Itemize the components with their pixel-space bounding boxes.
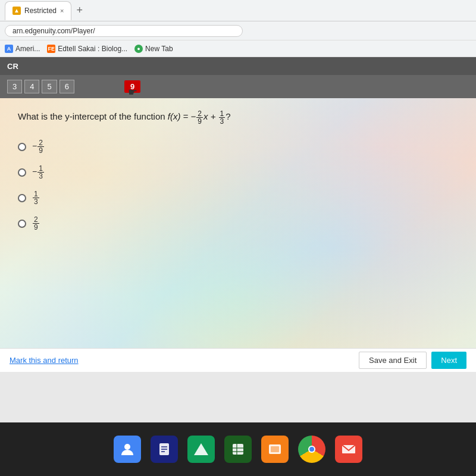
tab-label: Restricted xyxy=(24,7,57,15)
save-exit-button[interactable]: Save and Exit xyxy=(359,352,427,369)
svg-point-13 xyxy=(309,447,314,452)
question-container: What is the y-intercept of the function … xyxy=(0,98,476,348)
taskbar-icon-slides[interactable] xyxy=(261,436,289,463)
next-button[interactable]: Next xyxy=(431,352,466,369)
answer-option-d[interactable]: 29 xyxy=(18,216,464,231)
radio-a[interactable] xyxy=(18,143,26,151)
new-tab-button[interactable]: + xyxy=(74,4,85,17)
taskbar-icon-sheets[interactable] xyxy=(224,436,252,463)
option-text-c: 13 xyxy=(32,190,40,205)
option-text-d: 29 xyxy=(32,216,40,231)
option-text-b: −13 xyxy=(32,165,45,180)
taskbar-icon-chrome[interactable] xyxy=(298,436,325,463)
bookmark-favicon-globe: ● xyxy=(134,45,143,53)
question-text: What is the y-intercept of the function … xyxy=(18,110,464,125)
question-navigation: 3 4 5 6 9 ☛ xyxy=(0,75,476,98)
bookmark-label-newtab: New Tab xyxy=(145,45,173,53)
answer-option-b[interactable]: −13 xyxy=(18,165,464,180)
bookmarks-bar: A Ameri... FE Edtell Sakai : Biolog... ●… xyxy=(0,40,476,57)
bookmark-favicon-fe: FE xyxy=(47,45,55,53)
browser-tab-bar: ▲ Restricted × + xyxy=(0,0,476,21)
taskbar-icon-gmail[interactable] xyxy=(335,436,362,463)
mark-return-link[interactable]: Mark this and return xyxy=(10,356,79,365)
content-area: CR 3 4 5 6 9 ☛ What is the y-intercept o… xyxy=(0,57,476,422)
svg-point-0 xyxy=(124,444,130,450)
svg-rect-6 xyxy=(233,444,243,455)
bottom-buttons: Save and Exit Next xyxy=(359,352,466,369)
tab-close-button[interactable]: × xyxy=(60,7,64,14)
address-bar-row: arn.edgenuity.com/Player/ xyxy=(0,21,476,40)
svg-rect-11 xyxy=(271,446,279,452)
svg-marker-5 xyxy=(194,443,208,455)
nav-button-5[interactable]: 5 xyxy=(42,80,57,93)
header-strip: CR xyxy=(0,57,476,75)
radio-d[interactable] xyxy=(18,220,26,228)
section-label: CR xyxy=(7,62,18,71)
active-tab[interactable]: ▲ Restricted × xyxy=(5,1,71,20)
answer-option-a[interactable]: −29 xyxy=(18,139,464,154)
radio-c[interactable] xyxy=(18,194,26,202)
taskbar-icon-contacts[interactable] xyxy=(114,436,141,463)
bottom-action-bar: Mark this and return Save and Exit Next xyxy=(0,348,476,372)
tab-favicon: ▲ xyxy=(12,7,21,15)
option-text-a: −29 xyxy=(32,139,45,154)
nav-button-6[interactable]: 6 xyxy=(60,80,74,93)
answer-option-c[interactable]: 13 xyxy=(18,190,464,205)
nav-button-4[interactable]: 4 xyxy=(24,80,39,93)
radio-b[interactable] xyxy=(18,168,26,177)
bookmark-newtab[interactable]: ● New Tab xyxy=(134,45,173,53)
bookmark-ameri[interactable]: A Ameri... xyxy=(5,45,40,53)
bookmark-label-ameri: Ameri... xyxy=(15,45,40,53)
nav-button-3[interactable]: 3 xyxy=(7,80,22,93)
bookmark-favicon-ameri: A xyxy=(5,45,13,53)
taskbar-icon-docs[interactable] xyxy=(151,436,178,463)
taskbar xyxy=(0,422,476,476)
bookmark-label-edtell: Edtell Sakai : Biolog... xyxy=(58,45,127,53)
bookmark-fe[interactable]: FE Edtell Sakai : Biolog... xyxy=(47,45,127,53)
tab-list: ▲ Restricted × + xyxy=(5,0,85,21)
taskbar-icon-drive[interactable] xyxy=(187,436,215,463)
address-bar[interactable]: arn.edgenuity.com/Player/ xyxy=(5,25,243,37)
